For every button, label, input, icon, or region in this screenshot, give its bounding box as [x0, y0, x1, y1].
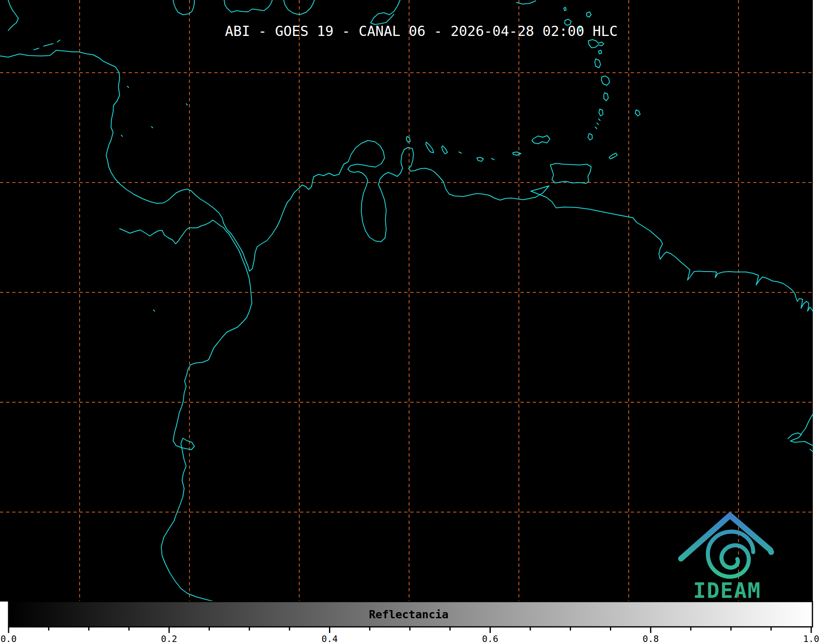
colorbar-tick-label: 0.4 [322, 634, 338, 644]
map-background [0, 0, 813, 602]
satellite-product-image: ABI - GOES 19 - CANAL 06 - 2026-04-28 02… [0, 0, 821, 644]
image-title: ABI - GOES 19 - CANAL 06 - 2026-04-28 02… [225, 23, 618, 39]
goes-satellite-scene: ABI - GOES 19 - CANAL 06 - 2026-04-28 02… [0, 0, 821, 644]
colorbar-tick-label: 0.0 [0, 634, 17, 644]
colorbar: Reflectancia 0.00.20.40.60.81.0 [0, 602, 819, 644]
colorbar-tick-label: 0.2 [161, 634, 177, 644]
colorbar-ticks: 0.00.20.40.60.81.0 [0, 627, 819, 644]
colorbar-tick-label: 0.8 [643, 634, 659, 644]
colorbar-label: Reflectancia [369, 608, 448, 621]
logo-text: IDEAM [693, 578, 761, 603]
colorbar-tick-label: 0.6 [482, 634, 498, 644]
colorbar-tick-label: 1.0 [803, 634, 819, 644]
